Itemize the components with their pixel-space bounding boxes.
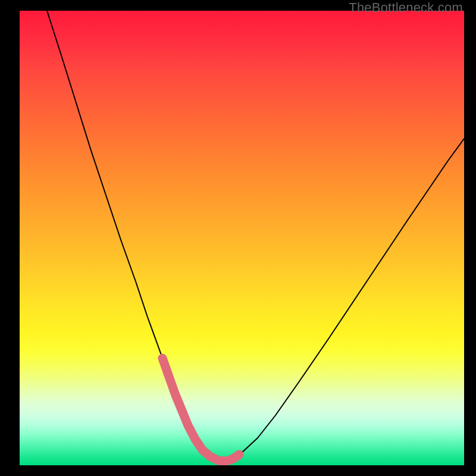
chart-frame: TheBottleneck.com (0, 0, 476, 476)
curve-layer (20, 11, 464, 465)
plot-area (20, 11, 464, 465)
bottleneck-curve (47, 11, 464, 461)
watermark-text: TheBottleneck.com (349, 0, 463, 15)
highlight-segment (162, 358, 239, 461)
